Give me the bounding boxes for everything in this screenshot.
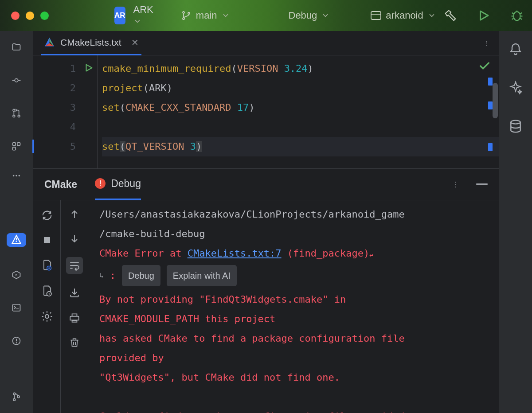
svg-rect-26 [44,237,50,243]
svg-point-15 [16,241,17,242]
window-controls [11,12,49,20]
svg-point-30 [45,315,48,318]
close-window-button[interactable] [11,12,20,20]
project-name-dropdown[interactable]: ARK [133,4,155,27]
gutter: 1 2 3 4 5 [33,55,98,168]
pull-request-icon[interactable] [9,108,23,118]
svg-point-6 [13,109,15,112]
svg-point-28 [48,267,50,269]
scroll-up-icon[interactable] [69,209,80,220]
svg-point-2 [513,12,520,20]
project-badge[interactable]: AR [114,7,125,24]
cmake-file-icon [44,37,55,48]
stop-icon[interactable] [42,235,52,245]
build-hammer-icon[interactable] [444,9,457,22]
file-tab-cmakelists[interactable]: CMakeLists.txt ✕ [41,31,141,55]
debug-bug-icon[interactable] [510,9,524,22]
svg-rect-9 [13,143,16,146]
svg-point-14 [19,175,20,177]
code-content[interactable]: cmake_minimum_required(VERSION 3.24)proj… [98,55,499,168]
svg-point-20 [16,342,17,343]
code-line[interactable]: set(QT_VERSION 3) [102,137,499,156]
code-line[interactable]: set(CMAKE_CXX_STANDARD 17) [102,98,499,117]
tab-menu-icon[interactable]: ⋮ [483,39,491,47]
cmake-tools-col2 [61,200,88,413]
chevron-down-icon [222,12,230,19]
panel-menu-icon[interactable]: ⋮ [452,180,461,189]
svg-rect-0 [371,12,381,19]
panel-tab-cmake[interactable]: CMake [44,179,77,191]
run-icon[interactable] [477,9,490,22]
minimize-panel-icon[interactable] [476,183,488,185]
chevron-down-icon [428,12,436,19]
cmake-tool-active[interactable] [7,233,26,247]
chevron-down-icon [133,16,141,27]
left-sidebar [0,31,33,413]
panel-body: /Users/anastasiakazakova/CLionProjects/a… [33,200,499,413]
soft-wrap-icon[interactable] [66,257,83,274]
branch-dropdown[interactable]: main [181,10,230,21]
notifications-bell-icon[interactable] [509,42,523,56]
error-link[interactable]: CMakeLists.txt:7 [188,248,282,259]
title-bar: AR ARK main Debug arkanoid [0,0,532,31]
minimize-window-button[interactable] [26,12,34,20]
terminal-icon[interactable] [9,303,23,313]
svg-point-22 [13,399,16,401]
close-tab-icon[interactable]: ✕ [131,37,139,48]
more-icon[interactable] [10,174,23,177]
svg-rect-17 [13,304,20,311]
hint-debug[interactable]: Debug [122,265,160,286]
application-icon [371,11,381,20]
line-number: 5 [70,141,76,152]
panel-tab-debug[interactable]: ! Debug [95,168,141,200]
svg-point-13 [16,175,17,177]
svg-rect-25 [476,183,488,185]
code-line[interactable]: project(ARK) [102,78,499,98]
svg-rect-10 [17,143,20,146]
history-file-icon[interactable] [41,284,53,297]
toolbar-actions [444,9,524,22]
export-icon[interactable] [69,287,80,299]
svg-point-7 [13,115,15,117]
cmake-panel: CMake ! Debug ⋮ /Users/anastasia [33,168,499,413]
change-marker [32,140,34,153]
target-dropdown[interactable]: arkanoid [371,10,435,21]
chevron-down-icon [321,12,329,19]
panel-tab-debug-label: Debug [111,178,141,190]
config-label: Debug [289,10,317,21]
editor: CMakeLists.txt ✕ ⋮ 1 2 3 4 5 cmake_minim… [33,31,499,168]
branch-icon [181,10,192,21]
cmake-console[interactable]: /Users/anastasiakazakova/CLionProjects/a… [88,200,499,413]
code-line[interactable] [102,117,499,137]
structure-icon[interactable] [9,141,23,152]
ai-sparkle-icon[interactable] [509,81,523,95]
config-dropdown[interactable]: Debug [289,10,330,21]
run-line-icon[interactable] [84,63,94,73]
cmake-tools-col1 [33,200,61,413]
hint-explain-ai[interactable]: Explain with AI [167,265,237,286]
cmake-triangle-icon [11,234,22,245]
commit-icon[interactable] [9,75,23,86]
right-sidebar [499,31,532,413]
cmake-settings-file-icon[interactable] [41,259,53,271]
branch-label: main [196,10,217,21]
analysis-ok-icon[interactable] [478,60,491,72]
maximize-window-button[interactable] [40,12,49,20]
database-icon[interactable] [509,119,523,133]
vcs-icon[interactable] [9,392,23,402]
svg-point-12 [13,175,15,177]
target-label: arkanoid [386,10,423,21]
code-line[interactable]: cmake_minimum_required(VERSION 3.24) [102,59,499,78]
settings-gear-icon[interactable] [41,310,53,323]
print-icon[interactable] [69,312,80,323]
services-icon[interactable] [9,270,23,280]
trash-icon[interactable] [69,337,80,348]
reload-icon[interactable] [41,209,53,222]
panel-tabs: CMake ! Debug ⋮ [33,168,499,200]
project-folder-icon[interactable] [9,42,23,52]
code-area[interactable]: 1 2 3 4 5 cmake_minimum_required(VERSION… [33,55,499,168]
scroll-down-icon[interactable] [69,233,80,244]
scrollbar-thumb[interactable] [493,83,498,118]
svg-rect-11 [13,147,16,150]
problems-icon[interactable] [9,336,23,346]
